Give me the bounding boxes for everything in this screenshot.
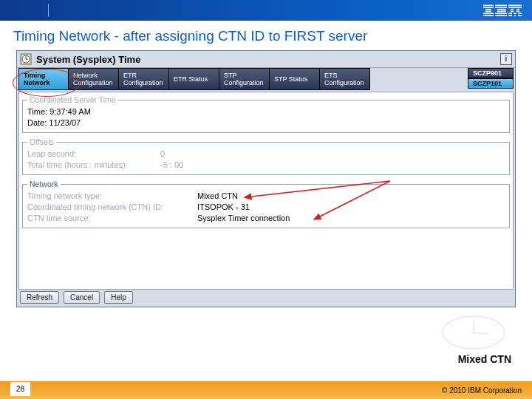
svg-point-33: [472, 331, 475, 334]
svg-rect-1: [483, 7, 494, 8]
svg-rect-15: [516, 9, 519, 10]
window-titlebar: System (Sysplex) Time i: [17, 51, 515, 68]
net-type-label: Timing network type:: [27, 191, 197, 202]
info-icon[interactable]: i: [500, 53, 512, 65]
cancel-button[interactable]: Cancel: [64, 291, 100, 304]
tab-network-config[interactable]: Network Configuration: [69, 68, 119, 90]
help-button[interactable]: Help: [104, 291, 133, 304]
svg-line-36: [449, 339, 454, 341]
tab-etr-config[interactable]: ETR Configuration: [119, 68, 169, 90]
row-total: Total time (hours : minutes): -5 : 00: [27, 160, 505, 171]
content-pane: Coordinated Server Time Time: 9:37:49 AM…: [18, 92, 514, 290]
tab-etr-status[interactable]: ETR Status: [169, 68, 219, 90]
legend-offsets: Offsets: [27, 137, 56, 146]
svg-rect-23: [518, 15, 522, 16]
svg-rect-9: [497, 11, 506, 13]
ctn-id-value: ITSOPOK - 31: [197, 202, 250, 213]
slide-title: Timing Network - after assigning CTN ID …: [0, 21, 532, 50]
row-ctn-src: CTN time source: Sysplex Timer connectio…: [27, 213, 505, 224]
svg-rect-4: [483, 13, 494, 14]
svg-rect-11: [495, 15, 507, 16]
svg-rect-2: [485, 9, 491, 10]
svg-line-34: [449, 324, 454, 326]
svg-rect-7: [495, 7, 507, 8]
tab-stp-config[interactable]: STP Configuration: [219, 68, 270, 90]
legend-network: Network: [27, 180, 61, 188]
server-tab-a[interactable]: SCZP901: [468, 68, 514, 78]
svg-rect-12: [508, 5, 522, 7]
ibm-logo-icon: [483, 4, 522, 17]
row-leap: Leap second: 0: [27, 149, 505, 160]
group-offsets: Offsets Leap second: 0 Total time (hours…: [22, 137, 510, 175]
svg-rect-10: [495, 13, 507, 14]
svg-rect-16: [511, 11, 514, 13]
time-label: Time:: [27, 106, 47, 117]
svg-rect-21: [508, 15, 512, 16]
total-value: -5 : 00: [160, 160, 183, 171]
copyright: © 2010 IBM Corporation: [442, 386, 522, 395]
footer-bar: 28 © 2010 IBM Corporation: [0, 381, 532, 399]
svg-rect-8: [497, 9, 506, 10]
row-time: Time: 9:37:49 AM: [27, 106, 505, 117]
row-date: Date: 11/23/07: [27, 117, 505, 129]
date-label: Date:: [27, 117, 47, 129]
group-coordinated-time: Coordinated Server Time Time: 9:37:49 AM…: [22, 95, 510, 133]
svg-rect-3: [485, 11, 491, 13]
time-value: 9:37:49 AM: [50, 106, 91, 117]
total-label: Total time (hours : minutes):: [27, 160, 160, 171]
row-ctn-id: Coordinated timing network (CTN) ID: ITS…: [27, 202, 505, 213]
svg-line-37: [494, 339, 498, 341]
tab-strip: Timing Network Network Configuration ETR…: [17, 68, 515, 90]
refresh-button[interactable]: Refresh: [20, 291, 59, 304]
server-selector: SCZP901 SCZP101: [468, 68, 514, 89]
svg-rect-19: [514, 13, 516, 14]
ctn-id-label: Coordinated timing network (CTN) ID:: [27, 202, 197, 213]
tab-stp-status[interactable]: STP Status: [270, 68, 320, 90]
ctn-src-value: Sysplex Timer connection: [197, 213, 290, 224]
window-title: System (Sysplex) Time: [36, 54, 140, 65]
svg-rect-20: [518, 13, 522, 14]
svg-rect-14: [511, 9, 514, 10]
svg-line-32: [474, 332, 489, 334]
watermark-clock-icon: [440, 312, 507, 356]
leap-value: 0: [160, 149, 165, 160]
svg-rect-6: [495, 5, 507, 7]
svg-rect-17: [516, 11, 519, 13]
page-number: 28: [10, 382, 30, 396]
tab-ets-config[interactable]: ETS Configuration: [320, 68, 370, 90]
legend-coord: Coordinated Server Time: [27, 95, 118, 104]
tab-timing-network[interactable]: Timing Network: [18, 68, 69, 90]
row-net-type: Timing network type: Mixed CTN: [27, 191, 505, 202]
server-tab-b[interactable]: SCZP101: [468, 78, 514, 89]
svg-rect-5: [483, 15, 494, 16]
title-separator: [48, 4, 49, 17]
net-type-value: Mixed CTN: [197, 191, 238, 202]
svg-line-35: [494, 324, 498, 326]
clock-icon: [20, 53, 32, 65]
svg-rect-18: [508, 13, 512, 14]
button-bar: Refresh Cancel Help: [20, 291, 133, 304]
group-network: Network Timing network type: Mixed CTN C…: [22, 180, 510, 228]
app-window: System (Sysplex) Time i Timing Network N…: [16, 50, 516, 307]
svg-rect-22: [514, 15, 516, 16]
svg-rect-13: [508, 7, 522, 8]
title-bar: [0, 0, 532, 21]
date-value: 11/23/07: [49, 117, 81, 129]
ctn-src-label: CTN time source:: [27, 213, 197, 224]
leap-label: Leap second:: [27, 149, 160, 160]
slide-caption: Mixed CTN: [458, 353, 511, 365]
svg-rect-0: [483, 5, 494, 7]
